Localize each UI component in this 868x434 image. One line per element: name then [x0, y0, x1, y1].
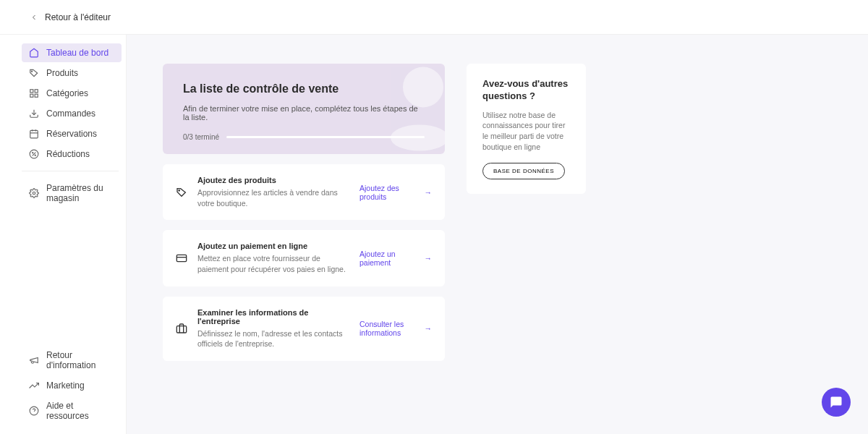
task-card-business: Examiner les informations de l'entrepris… [163, 297, 445, 361]
help-title: Avez-vous d'autres questions ? [482, 78, 570, 103]
svg-rect-1 [30, 90, 33, 93]
task-cta-business[interactable]: Consulter les informations → [359, 320, 432, 337]
svg-point-17 [403, 67, 443, 108]
svg-point-13 [35, 155, 35, 156]
home-icon [29, 48, 39, 58]
task-cta-label: Ajoutez un paiement [359, 250, 420, 267]
checklist-column: La liste de contrôle de vente Afin de te… [163, 64, 445, 361]
help-icon [29, 406, 39, 416]
sidebar-item-settings[interactable]: Paramètres du magasin [22, 179, 122, 208]
task-title: Ajoutez des produits [197, 176, 349, 184]
svg-point-12 [33, 153, 33, 153]
hero-illustration [365, 64, 445, 154]
back-to-editor-link[interactable]: Retour à l'éditeur [29, 12, 111, 22]
sidebar-item-dashboard[interactable]: Tableau de bord [22, 43, 122, 62]
chat-icon [830, 396, 843, 409]
task-cta-products[interactable]: Ajoutez des produits → [359, 184, 432, 201]
sidebar-item-orders[interactable]: Commandes [22, 104, 122, 123]
svg-rect-20 [176, 255, 186, 261]
main-content: La liste de contrôle de vente Afin de te… [127, 35, 868, 434]
sidebar: Tableau de bord Produits Catégories Comm… [0, 35, 127, 434]
arrow-right-icon: → [425, 254, 433, 263]
task-desc: Approvisionnez les articles à vendre dan… [197, 187, 349, 208]
task-cta-payment[interactable]: Ajoutez un paiement → [359, 250, 432, 267]
sidebar-item-categories[interactable]: Catégories [22, 84, 122, 103]
help-card: Avez-vous d'autres questions ? Utilisez … [467, 64, 586, 194]
task-cta-label: Ajoutez des produits [359, 184, 420, 201]
sidebar-item-label: Réservations [46, 129, 97, 139]
progress-text: 0/3 terminé [183, 133, 219, 141]
chevron-left-icon [29, 12, 39, 22]
download-icon [29, 109, 39, 119]
task-desc: Définissez le nom, l'adresse et les cont… [197, 328, 349, 349]
arrow-right-icon: → [425, 324, 433, 333]
sidebar-item-label: Catégories [46, 88, 88, 98]
arrow-right-icon: → [425, 188, 433, 197]
tag-icon [176, 187, 187, 198]
help-desc: Utilisez notre base de connaissances pou… [482, 110, 570, 153]
trend-icon [29, 380, 39, 391]
gear-icon [29, 188, 39, 198]
sidebar-item-help[interactable]: Aide et ressources [22, 396, 122, 425]
checklist-hero: La liste de contrôle de vente Afin de te… [163, 64, 445, 154]
sidebar-item-marketing[interactable]: Marketing [22, 376, 122, 395]
layout: Tableau de bord Produits Catégories Comm… [0, 35, 868, 434]
sidebar-item-reservations[interactable]: Réservations [22, 124, 122, 143]
sidebar-item-label: Produits [46, 68, 78, 78]
svg-point-18 [391, 125, 445, 151]
svg-rect-2 [35, 90, 38, 93]
task-desc: Mettez en place votre fournisseur de pai… [197, 253, 349, 274]
grid-icon [29, 88, 39, 98]
topbar: Retour à l'éditeur [0, 0, 868, 35]
briefcase-icon [176, 323, 187, 334]
sidebar-item-label: Tableau de bord [46, 48, 109, 58]
task-title: Examiner les informations de l'entrepris… [197, 308, 349, 326]
sidebar-item-label: Marketing [46, 380, 85, 391]
sidebar-item-label: Réductions [46, 149, 90, 159]
megaphone-icon [29, 355, 39, 365]
svg-point-14 [33, 192, 35, 195]
sidebar-item-products[interactable]: Produits [22, 64, 122, 82]
divider [22, 171, 119, 171]
chat-launcher[interactable] [822, 388, 851, 417]
sidebar-item-label: Retour d'information [46, 350, 114, 370]
svg-rect-22 [176, 326, 186, 333]
sidebar-item-feedback[interactable]: Retour d'information [22, 346, 122, 375]
svg-rect-6 [30, 130, 38, 138]
sidebar-item-discounts[interactable]: Réductions [22, 145, 122, 163]
percent-icon [29, 149, 39, 159]
sidebar-item-label: Commandes [46, 109, 95, 119]
knowledge-base-button[interactable]: BASE DE DONNÉES [482, 163, 565, 179]
tag-icon [29, 68, 39, 78]
back-label: Retour à l'éditeur [45, 12, 111, 22]
svg-point-19 [179, 190, 179, 190]
calendar-icon [29, 129, 39, 139]
sidebar-item-label: Aide et ressources [46, 401, 114, 421]
task-title: Ajoutez un paiement en ligne [197, 242, 349, 250]
task-card-payment: Ajoutez un paiement en ligne Mettez en p… [163, 230, 445, 286]
svg-point-0 [32, 71, 33, 72]
svg-rect-4 [35, 94, 38, 97]
svg-rect-3 [30, 94, 33, 97]
sidebar-item-label: Paramètres du magasin [46, 183, 114, 203]
task-card-products: Ajoutez des produits Approvisionnez les … [163, 164, 445, 220]
task-cta-label: Consulter les informations [359, 320, 420, 337]
card-icon [176, 252, 187, 264]
